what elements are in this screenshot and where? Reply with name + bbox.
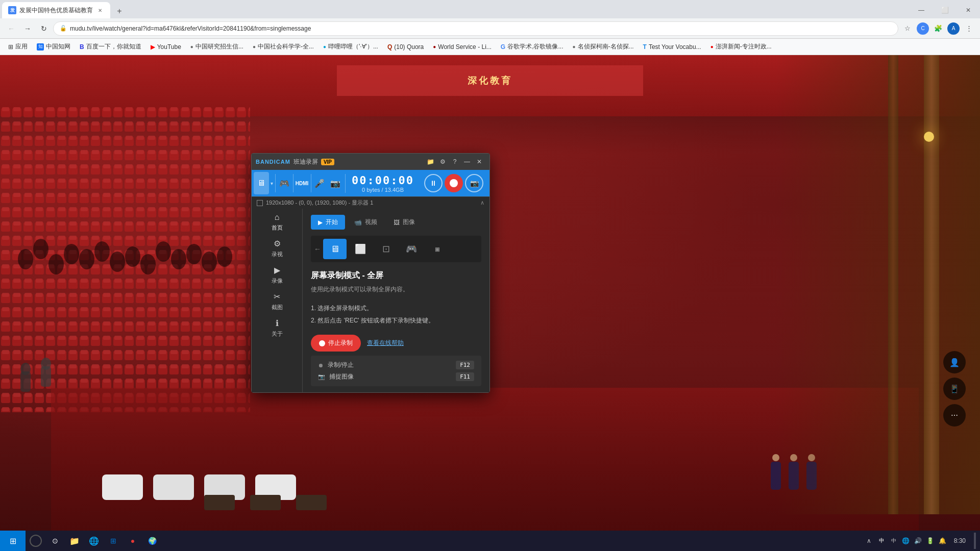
bookmark-detective[interactable]: ● 名侦探柯南-名侦探...	[569, 40, 638, 53]
reload-button[interactable]: ↻	[37, 21, 51, 36]
menu-button[interactable]: ⋮	[962, 21, 976, 36]
hdmi-label: HDMI	[296, 181, 309, 186]
active-tab[interactable]: 发 发展中国特色优质基础教育 ✕	[2, 2, 110, 18]
content-tabs: ▶ 开始 📹 视频 🖼 图像	[311, 215, 481, 230]
capture-shortcut-icon: 📷	[318, 373, 325, 380]
taskbar-store[interactable]: ⊞	[104, 532, 122, 550]
screenshot-button[interactable]: 📷	[465, 174, 483, 192]
bookmark-worldservice[interactable]: ● World Service - Li...	[429, 41, 496, 53]
detective-icon: ●	[573, 44, 576, 49]
step-2: 2. 然后点击 'REC' 按钮或者摁下录制快捷键。	[311, 314, 481, 327]
mode-back-button[interactable]: ←	[314, 239, 321, 259]
taskbar-bandicam[interactable]: ●	[124, 532, 142, 550]
user-float-button[interactable]: 👤	[943, 351, 966, 373]
tray-volume[interactable]: 🔊	[913, 536, 923, 546]
record-indicator	[450, 179, 458, 187]
mic-button[interactable]: 🎤	[312, 172, 327, 194]
tray-show-hidden[interactable]: ∧	[864, 536, 874, 546]
new-tab-button[interactable]: +	[112, 4, 127, 18]
full-screen-icon: 🖥	[330, 244, 339, 255]
record-button[interactable]	[445, 174, 463, 192]
bookmark-news[interactable]: ● 澎湃新闻-专注时政...	[706, 40, 776, 53]
taskbar-search[interactable]	[30, 535, 42, 547]
mode-custom-button[interactable]: ⊡	[374, 239, 398, 259]
bookmark-baidu[interactable]: B 百度一下，你就知道	[76, 40, 145, 53]
profile-button[interactable]: A	[947, 22, 960, 35]
share-float-button[interactable]: ⋯	[943, 404, 966, 427]
help-link[interactable]: 查看在线帮助	[367, 339, 404, 347]
mode-title: 屏幕录制模式 - 全屏	[311, 270, 481, 281]
back-button[interactable]: ←	[4, 21, 18, 36]
start-button[interactable]: ⊞	[0, 531, 26, 551]
right-decor	[776, 55, 980, 514]
auditorium-scene: 深化教育	[0, 55, 980, 551]
tray-ime-mode[interactable]: 中	[889, 536, 899, 546]
camera-icon: 📷	[330, 179, 340, 188]
screen-checkbox[interactable]	[257, 200, 263, 206]
hdmi-mode-icon: ▣	[435, 246, 439, 252]
folder-button[interactable]: 📁	[424, 156, 436, 168]
svg-point-13	[171, 249, 186, 269]
tab-video[interactable]: 📹 视频	[347, 215, 384, 230]
window-minimize-button[interactable]: —	[910, 2, 933, 18]
bookmark-quora[interactable]: Q (10) Quora	[383, 41, 428, 53]
svg-point-11	[140, 254, 156, 274]
pause-button[interactable]: ⏸	[424, 174, 443, 192]
bookmark-research[interactable]: ● 中国研究招生信...	[186, 40, 248, 53]
sidebar-item-view[interactable]: ⚙ 录视	[252, 235, 302, 262]
action-row: 停止录制 查看在线帮助	[311, 335, 481, 352]
mode-game-button[interactable]: 🎮	[400, 239, 423, 259]
window-close-button[interactable]: ✕	[957, 2, 980, 18]
game-mode-button[interactable]: 🎮	[276, 172, 291, 194]
taskbar-cortana[interactable]: ⊙	[46, 532, 64, 550]
bookmark-star-button[interactable]: ☆	[900, 21, 915, 36]
taskbar-browser[interactable]: 🌐	[85, 532, 103, 550]
mode-hdmi-button[interactable]: ▣	[425, 239, 449, 259]
mode-full-button[interactable]: 🖥	[323, 239, 347, 259]
toolbar-separator-3	[311, 174, 311, 192]
bookmark-vocab[interactable]: T Test Your Vocabu...	[639, 41, 705, 53]
tab-image[interactable]: 🖼 图像	[386, 215, 422, 230]
settings-button[interactable]: ⚙	[436, 156, 449, 168]
sidebar-item-about[interactable]: ℹ 关于	[252, 315, 302, 341]
mobile-float-button[interactable]: 📱	[943, 378, 966, 400]
toolbar-separator-2	[293, 174, 293, 192]
tray-battery[interactable]: 🔋	[925, 536, 936, 546]
mode-window-button[interactable]: ⬜	[349, 239, 372, 259]
collapse-button[interactable]: ∧	[480, 199, 484, 206]
tray-notification[interactable]: 🔔	[938, 536, 948, 546]
show-desktop-button[interactable]	[974, 533, 976, 549]
minimize-button[interactable]: —	[461, 156, 473, 168]
url-bar[interactable]: 🔓 mudu.tv/live/watch/general?id=ma6476kl…	[53, 21, 898, 36]
bookmark-google-scholar[interactable]: G 谷歌学术,谷歌镜像...	[497, 40, 568, 53]
sidebar-item-home[interactable]: ⌂ 首页	[252, 209, 302, 235]
bookmark-social[interactable]: ● 中国社会科学学-全...	[249, 40, 318, 53]
tab-start[interactable]: ▶ 开始	[311, 215, 345, 230]
mode-desc: 使用此录制模式可以录制全屏内容。	[311, 285, 481, 294]
forward-button[interactable]: →	[20, 21, 35, 36]
screen-mode-button[interactable]: 🖥	[254, 172, 269, 194]
screen-mode-dropdown[interactable]: ▾	[269, 172, 274, 194]
tab-close-button[interactable]: ✕	[96, 6, 104, 14]
bookmark-bilibili[interactable]: ● 哔哩哔哩（'·∀'）...	[319, 40, 382, 53]
hdmi-mode-button[interactable]: HDMI	[294, 172, 309, 194]
sidebar-item-clip[interactable]: ✂ 截图	[252, 288, 302, 315]
svg-point-18	[20, 363, 31, 375]
system-tray: ∧ 中 中 🌐 🔊 🔋 🔔 8:30	[864, 533, 980, 549]
bookmark-apps[interactable]: ⊞ 应用	[4, 40, 32, 53]
window-close-btn[interactable]: ✕	[473, 156, 485, 168]
stop-recording-button[interactable]: 停止录制	[311, 335, 361, 352]
taskbar-files[interactable]: 📁	[65, 532, 84, 550]
bookmark-youtube[interactable]: ▶ YouTube	[146, 41, 185, 53]
sidebar-item-record[interactable]: ▶ 录像	[252, 262, 302, 288]
tray-ime[interactable]: 中	[876, 536, 887, 546]
webcam-button[interactable]: 📷	[328, 172, 343, 194]
help-button[interactable]: ?	[449, 156, 461, 168]
tray-network[interactable]: 🌐	[901, 536, 911, 546]
svg-point-6	[64, 244, 79, 264]
bookmark-zhihu[interactable]: 知 中国知网	[33, 40, 75, 53]
window-restore-button[interactable]: ⬜	[933, 2, 957, 18]
extension-button[interactable]: 🧩	[931, 21, 945, 36]
taskbar-chrome[interactable]: 🌍	[143, 532, 161, 550]
stage-tables	[204, 495, 327, 510]
